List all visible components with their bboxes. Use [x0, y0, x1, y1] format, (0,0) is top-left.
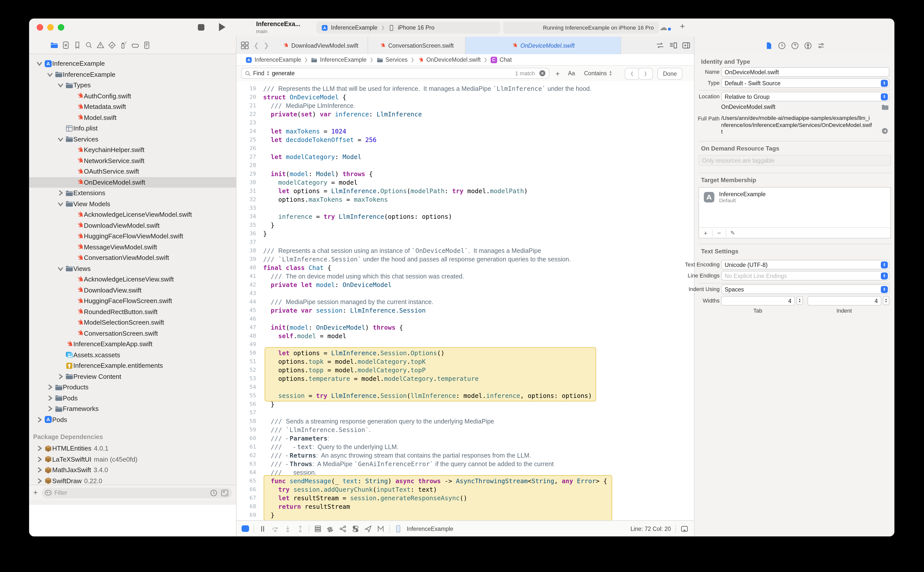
editor-layout-icon[interactable]	[681, 525, 689, 533]
editor-options-icon[interactable]	[669, 41, 678, 50]
tab-width-stepper[interactable]: ▲▼	[796, 296, 803, 305]
breadcrumb-item[interactable]: OnDeviceModel.swift	[426, 57, 481, 63]
tree-row[interactable]: Services	[29, 134, 236, 145]
package-row[interactable]: MathJaxSwift3.4.0	[29, 465, 236, 476]
breadcrumb-item[interactable]: InferenceExample	[255, 57, 301, 63]
tree-row[interactable]: DownloadView.swift	[29, 285, 236, 295]
sidebar-toggle-icon[interactable]	[72, 23, 83, 31]
disclosure-chevron-icon[interactable]	[47, 71, 53, 78]
type-dropdown[interactable]: Default - Swift Source▲▼	[721, 78, 889, 88]
project-navigator-icon[interactable]	[50, 41, 58, 49]
tree-row[interactable]: HuggingFaceFlowScreen.swift	[29, 295, 236, 306]
debug-navigator-icon[interactable]	[120, 41, 128, 49]
editor-tab-1[interactable]: DownloadViewModel.swift	[273, 37, 368, 54]
tree-row[interactable]: MessageViewModel.swift	[29, 242, 236, 252]
tree-row[interactable]: ModelSelectionScreen.swift	[29, 317, 236, 328]
disclosure-chevron-icon[interactable]	[57, 190, 64, 196]
tree-row[interactable]: AuthConfig.swift	[29, 90, 236, 101]
disclosure-chevron-icon[interactable]	[47, 395, 53, 401]
name-field[interactable]: OnDeviceModel.swift	[721, 67, 889, 77]
source-control-navigator-icon[interactable]	[62, 41, 70, 49]
line-endings-dropdown[interactable]: No Explicit Line Endings▲▼	[721, 271, 889, 280]
add-editor-icon[interactable]	[682, 41, 690, 50]
metal-capture-icon[interactable]	[377, 525, 385, 533]
disclosure-chevron-icon[interactable]	[36, 417, 43, 423]
tree-row[interactable]: OnDeviceModel.swift	[29, 177, 236, 188]
disclosure-chevron-icon[interactable]	[47, 406, 53, 412]
tree-row[interactable]: Preview Content	[29, 371, 236, 382]
memory-graph-icon[interactable]	[326, 525, 335, 533]
tree-row[interactable]: AcknowledgeLicenseViewModel.swift	[29, 209, 236, 220]
editor-tab-2[interactable]: ConversationScreen.swift	[368, 37, 466, 54]
minimize-window-button[interactable]	[47, 24, 54, 31]
tree-row[interactable]: Views	[29, 263, 236, 274]
disclosure-chevron-icon[interactable]	[47, 384, 53, 391]
quick-help-inspector-icon[interactable]	[791, 41, 799, 50]
tree-row[interactable]: AcknowledgeLicenseView.swift	[29, 274, 236, 285]
tree-row[interactable]: HuggingFaceFlowViewModel.swift	[29, 231, 236, 242]
disclosure-chevron-icon[interactable]	[57, 201, 64, 207]
tests-navigator-icon[interactable]	[108, 41, 116, 49]
step-over-icon[interactable]	[271, 525, 279, 533]
step-out-icon[interactable]	[296, 525, 304, 533]
tree-row[interactable]: OAuthService.swift	[29, 166, 236, 177]
pause-icon[interactable]	[259, 525, 266, 533]
disclosure-chevron-icon[interactable]	[36, 61, 43, 67]
disclosure-chevron-icon[interactable]	[57, 266, 64, 272]
close-window-button[interactable]	[37, 24, 43, 31]
code-editor[interactable]: 19/// Represents the LLM that will be us…	[236, 81, 694, 520]
disclosure-chevron-icon[interactable]	[36, 467, 43, 473]
zoom-window-button[interactable]	[58, 24, 64, 31]
disclosure-chevron-icon[interactable]	[57, 373, 64, 380]
back-button[interactable]: ❮	[254, 42, 259, 49]
clear-search-icon[interactable]	[539, 70, 546, 77]
tree-row[interactable]: Assets.xcassets	[29, 350, 236, 360]
stop-button[interactable]	[198, 24, 204, 31]
tree-row[interactable]: Extensions	[29, 188, 236, 199]
tree-row[interactable]: InferenceExample	[29, 58, 236, 69]
tree-row[interactable]: Types	[29, 80, 236, 90]
tree-row[interactable]: Pods	[29, 414, 236, 425]
tree-row[interactable]: Info.plist	[29, 123, 236, 134]
location-dropdown[interactable]: Relative to Group▲▼	[721, 92, 889, 101]
tree-row[interactable]: Model.swift	[29, 112, 236, 123]
tree-row[interactable]: ConversationViewModel.swift	[29, 252, 236, 263]
library-add-button[interactable]: +	[680, 22, 685, 32]
scheme-selector[interactable]: InferenceExample ❯ iPhone 16 Pro	[316, 22, 500, 34]
tree-row[interactable]: InferenceExample.entitlements	[29, 360, 236, 371]
add-find-button[interactable]: +	[555, 68, 560, 79]
tree-row[interactable]: Pods	[29, 393, 236, 403]
package-row[interactable]: HTMLEntities4.0.1	[29, 443, 236, 454]
tree-row[interactable]: KeychainHelper.swift	[29, 145, 236, 155]
breadcrumb-item[interactable]: InferenceExample	[320, 57, 366, 63]
inspector-toggle-icon[interactable]	[880, 23, 890, 31]
history-inspector-icon[interactable]	[778, 41, 786, 50]
breadcrumb-item[interactable]: Chat	[499, 57, 512, 63]
tree-row[interactable]: NetworkService.swift	[29, 155, 236, 166]
disclosure-chevron-icon[interactable]	[36, 456, 43, 463]
breadcrumb-item[interactable]: Services	[385, 57, 408, 63]
target-name[interactable]: InferenceExample	[719, 191, 765, 197]
find-field[interactable]: Find ▲▼ generate 1 match	[241, 68, 549, 79]
tree-row[interactable]: RoundedRectButton.swift	[29, 306, 236, 317]
view-hierarchy-icon[interactable]	[314, 525, 322, 533]
indent-width-field[interactable]: 4	[807, 296, 881, 306]
editor-tab-3[interactable]: OnDeviceModel.swift	[466, 37, 621, 54]
match-case-button[interactable]: Aa	[568, 68, 575, 79]
issues-navigator-icon[interactable]	[97, 41, 104, 49]
breakpoints-toggle[interactable]	[242, 525, 249, 532]
find-next-button[interactable]: 〉	[638, 68, 653, 80]
indent-width-stepper[interactable]: ▲▼	[883, 296, 889, 305]
add-file-button[interactable]: +	[33, 488, 38, 497]
folder-locate-icon[interactable]	[881, 103, 889, 111]
find-query-text[interactable]: generate	[272, 70, 513, 76]
disclosure-chevron-icon[interactable]	[36, 478, 43, 484]
accessibility-inspector-icon[interactable]	[804, 41, 812, 50]
tree-row[interactable]: Frameworks	[29, 403, 236, 414]
recent-files-icon[interactable]	[209, 488, 218, 497]
step-into-icon[interactable]	[284, 525, 292, 533]
filter-field[interactable]: Filter	[42, 488, 232, 498]
forward-button[interactable]: ❯	[263, 42, 269, 49]
file-inspector-icon[interactable]	[765, 41, 773, 50]
network-report-icon[interactable]	[339, 525, 347, 533]
